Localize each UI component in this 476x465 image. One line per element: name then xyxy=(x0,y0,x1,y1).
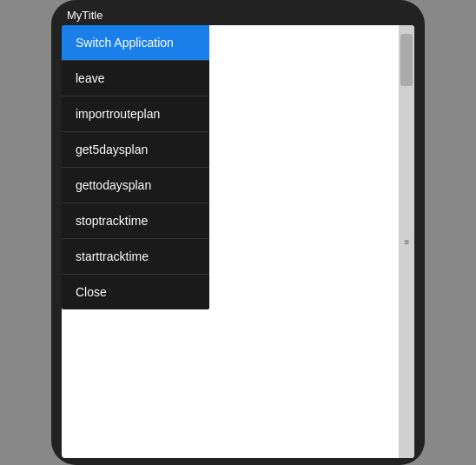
menu-item-close[interactable]: Close xyxy=(62,275,209,309)
menu-item-gettodaysplan[interactable]: gettodaysplan xyxy=(62,168,209,203)
phone-title: MyTitle xyxy=(62,7,414,25)
phone-screen: Switch Applicationleaveimportrouteplange… xyxy=(62,25,414,458)
menu-item-switch-application[interactable]: Switch Application xyxy=(62,25,209,61)
menu-item-starttracktime[interactable]: starttracktime xyxy=(62,239,209,275)
dropdown-menu: Switch Applicationleaveimportrouteplange… xyxy=(62,25,209,309)
menu-item-leave[interactable]: leave xyxy=(62,61,209,96)
scrollbar-icon: ≡ xyxy=(405,237,409,247)
scrollbar-handle[interactable] xyxy=(400,34,413,86)
menu-item-get5daysplan[interactable]: get5daysplan xyxy=(62,132,209,168)
menu-item-stoptracktime[interactable]: stoptracktime xyxy=(62,203,209,239)
scrollbar[interactable]: ≡ xyxy=(399,25,414,458)
menu-item-importrouteplan[interactable]: importrouteplan xyxy=(62,96,209,132)
phone-frame: MyTitle Switch Applicationleaveimportrou… xyxy=(51,0,425,465)
